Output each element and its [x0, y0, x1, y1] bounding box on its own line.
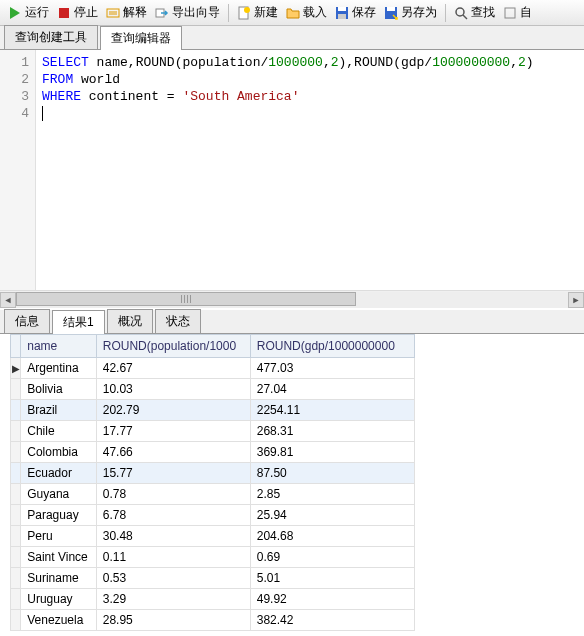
cell-pop[interactable]: 0.11 [96, 547, 250, 568]
save-icon [335, 6, 349, 20]
table-row[interactable]: Chile17.77268.31 [11, 421, 415, 442]
save-label: 保存 [352, 4, 376, 21]
run-button[interactable]: 运行 [4, 2, 53, 23]
table-row[interactable]: Ecuador15.7787.50 [11, 463, 415, 484]
export-wizard-button[interactable]: 导出向导 [151, 2, 224, 23]
table-row[interactable]: Colombia47.66369.81 [11, 442, 415, 463]
table-row[interactable]: Peru30.48204.68 [11, 526, 415, 547]
editor-horizontal-scrollbar[interactable]: ◄ ► [0, 290, 584, 308]
save-button[interactable]: 保存 [331, 2, 380, 23]
cell-pop[interactable]: 3.29 [96, 589, 250, 610]
explain-button[interactable]: 解释 [102, 2, 151, 23]
auto-label: 自 [520, 4, 532, 21]
cell-gdp[interactable]: 49.92 [250, 589, 414, 610]
cell-gdp[interactable]: 382.42 [250, 610, 414, 631]
code-area[interactable]: SELECT name,ROUND(population/1000000,2),… [36, 50, 584, 290]
table-row[interactable]: Bolivia10.0327.04 [11, 379, 415, 400]
cell-pop[interactable]: 28.95 [96, 610, 250, 631]
find-button[interactable]: 查找 [450, 2, 499, 23]
svg-rect-2 [107, 9, 119, 17]
table-row[interactable]: Guyana0.782.85 [11, 484, 415, 505]
cell-name[interactable]: Peru [21, 526, 96, 547]
auto-icon [503, 6, 517, 20]
toolbar-separator [228, 4, 229, 22]
cell-pop[interactable]: 17.77 [96, 421, 250, 442]
cell-pop[interactable]: 6.78 [96, 505, 250, 526]
cell-name[interactable]: Venezuela [21, 610, 96, 631]
result-grid-wrap: name ROUND(population/1000 ROUND(gdp/100… [0, 334, 584, 631]
cell-name[interactable]: Suriname [21, 568, 96, 589]
tab-query-editor[interactable]: 查询编辑器 [100, 26, 182, 50]
scroll-right-arrow[interactable]: ► [568, 292, 584, 308]
cell-gdp[interactable]: 0.69 [250, 547, 414, 568]
cell-name[interactable]: Saint Vince [21, 547, 96, 568]
tab-query-builder[interactable]: 查询创建工具 [4, 25, 98, 49]
scroll-left-arrow[interactable]: ◄ [0, 292, 16, 308]
load-button[interactable]: 载入 [282, 2, 331, 23]
new-label: 新建 [254, 4, 278, 21]
row-indicator [11, 547, 21, 568]
scroll-thumb[interactable] [16, 292, 356, 306]
svg-line-14 [463, 15, 467, 19]
cell-pop[interactable]: 10.03 [96, 379, 250, 400]
cell-name[interactable]: Uruguay [21, 589, 96, 610]
toolbar-separator [445, 4, 446, 22]
cell-name[interactable]: Bolivia [21, 379, 96, 400]
cell-gdp[interactable]: 369.81 [250, 442, 414, 463]
cell-pop[interactable]: 30.48 [96, 526, 250, 547]
tab-status[interactable]: 状态 [155, 309, 201, 333]
cell-gdp[interactable]: 2.85 [250, 484, 414, 505]
table-row[interactable]: Venezuela28.95382.42 [11, 610, 415, 631]
cell-name[interactable]: Chile [21, 421, 96, 442]
row-indicator [11, 526, 21, 547]
cell-name[interactable]: Paraguay [21, 505, 96, 526]
cell-pop[interactable]: 0.53 [96, 568, 250, 589]
auto-button[interactable]: 自 [499, 2, 536, 23]
cell-name[interactable]: Ecuador [21, 463, 96, 484]
table-row[interactable]: Saint Vince0.110.69 [11, 547, 415, 568]
svg-rect-9 [338, 7, 346, 11]
result-grid[interactable]: name ROUND(population/1000 ROUND(gdp/100… [10, 334, 415, 631]
cell-gdp[interactable]: 25.94 [250, 505, 414, 526]
cell-name[interactable]: Colombia [21, 442, 96, 463]
svg-rect-10 [338, 14, 346, 19]
new-button[interactable]: 新建 [233, 2, 282, 23]
cell-pop[interactable]: 47.66 [96, 442, 250, 463]
new-icon [237, 6, 251, 20]
table-row[interactable]: ▶Argentina42.67477.03 [11, 358, 415, 379]
svg-point-7 [244, 7, 250, 13]
scroll-track[interactable] [16, 292, 568, 308]
tab-info[interactable]: 信息 [4, 309, 50, 333]
col-population[interactable]: ROUND(population/1000 [96, 335, 250, 358]
cell-gdp[interactable]: 204.68 [250, 526, 414, 547]
col-gdp[interactable]: ROUND(gdp/1000000000 [250, 335, 414, 358]
sql-editor[interactable]: 1 2 3 4 SELECT name,ROUND(population/100… [0, 50, 584, 290]
cell-name[interactable]: Brazil [21, 400, 96, 421]
cell-gdp[interactable]: 27.04 [250, 379, 414, 400]
line-number: 4 [0, 105, 29, 122]
tab-result1[interactable]: 结果1 [52, 310, 105, 334]
save-as-button[interactable]: 另存为 [380, 2, 441, 23]
cell-pop[interactable]: 0.78 [96, 484, 250, 505]
cell-pop[interactable]: 202.79 [96, 400, 250, 421]
cell-gdp[interactable]: 5.01 [250, 568, 414, 589]
cell-pop[interactable]: 42.67 [96, 358, 250, 379]
cell-name[interactable]: Guyana [21, 484, 96, 505]
table-row[interactable]: Brazil202.792254.11 [11, 400, 415, 421]
cell-gdp[interactable]: 2254.11 [250, 400, 414, 421]
export-label: 导出向导 [172, 4, 220, 21]
cell-name[interactable]: Argentina [21, 358, 96, 379]
cell-gdp[interactable]: 268.31 [250, 421, 414, 442]
editor-tabs: 查询创建工具 查询编辑器 [0, 26, 584, 50]
col-name[interactable]: name [21, 335, 96, 358]
main-toolbar: 运行 停止 解释 导出向导 新建 载入 保存 另存为 查找 自 [0, 0, 584, 26]
cell-gdp[interactable]: 87.50 [250, 463, 414, 484]
cell-pop[interactable]: 15.77 [96, 463, 250, 484]
table-row[interactable]: Paraguay6.7825.94 [11, 505, 415, 526]
tab-overview[interactable]: 概况 [107, 309, 153, 333]
table-row[interactable]: Suriname0.535.01 [11, 568, 415, 589]
find-label: 查找 [471, 4, 495, 21]
table-row[interactable]: Uruguay3.2949.92 [11, 589, 415, 610]
stop-button[interactable]: 停止 [53, 2, 102, 23]
cell-gdp[interactable]: 477.03 [250, 358, 414, 379]
